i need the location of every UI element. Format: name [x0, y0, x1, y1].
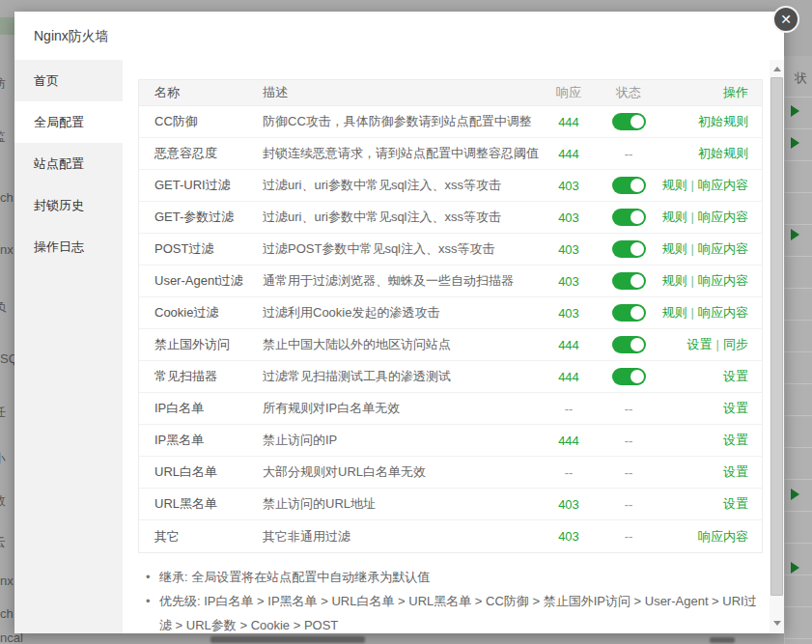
sidebar-item-3[interactable]: 封锁历史	[14, 184, 123, 226]
background-row-divider	[784, 224, 812, 225]
action-link[interactable]: 初始规则	[698, 114, 748, 128]
table-row: CC防御防御CC攻击，具体防御参数请到站点配置中调整444初始规则	[139, 106, 762, 138]
scrollbar-thumb[interactable]	[770, 77, 783, 596]
status-toggle-on[interactable]	[612, 336, 646, 353]
status-toggle-on[interactable]	[612, 113, 646, 130]
action-link[interactable]: 响应内容	[698, 178, 748, 192]
table-row: 常见扫描器过滤常见扫描测试工具的渗透测试444设置	[139, 361, 762, 393]
play-icon	[791, 562, 799, 574]
sidebar-item-0[interactable]: 首页	[14, 60, 123, 101]
status-cell	[597, 368, 660, 385]
background-column-header: 状	[795, 70, 807, 87]
background-row-divider	[784, 479, 812, 480]
col-header-desc: 描述	[263, 84, 541, 101]
col-header-actions: 操作	[660, 84, 762, 101]
table-row: 禁止国外访问禁止中国大陆以外的地区访问站点444设置|同步	[139, 329, 762, 361]
response-code: 444	[541, 338, 597, 352]
background-row-divider	[784, 511, 812, 512]
dialog-title: Nginx防火墙	[14, 12, 784, 60]
rule-description: 禁止访问的IP	[263, 432, 541, 449]
action-link[interactable]: 规则	[662, 210, 687, 224]
nginx-firewall-dialog: Nginx防火墙 首页全局配置站点配置封锁历史操作日志 名称 描述 响应 状态 …	[14, 12, 784, 633]
background-text-fragment: 任	[0, 404, 6, 421]
rule-description: 过滤利用Cookie发起的渗透攻击	[263, 304, 541, 322]
status-empty: --	[597, 402, 660, 416]
action-link[interactable]: 规则	[662, 241, 687, 256]
table-row: IP白名单所有规则对IP白名单无效----设置	[139, 393, 762, 425]
action-link[interactable]: 同步	[723, 337, 748, 351]
actions-cell: 设置	[660, 495, 762, 513]
rule-name: POST过滤	[139, 240, 263, 258]
table-row: URL白名单大部分规则对URL白名单无效----设置	[139, 457, 762, 489]
sidebar-item-2[interactable]: 站点配置	[14, 143, 123, 184]
scroll-up-arrow-icon[interactable]	[770, 62, 784, 76]
rule-description: 过滤uri、uri参数中常见sql注入、xss等攻击	[263, 209, 541, 226]
scroll-down-arrow-icon[interactable]	[770, 616, 784, 630]
main-panel: 名称 描述 响应 状态 操作 CC防御防御CC攻击，具体防御参数请到站点配置中调…	[123, 60, 784, 633]
rule-name: GET-参数过滤	[139, 209, 263, 226]
action-link[interactable]: 响应内容	[698, 210, 748, 224]
action-link[interactable]: 设置	[723, 369, 748, 383]
action-link[interactable]: 响应内容	[698, 305, 748, 320]
close-icon[interactable]: ✕	[772, 6, 799, 33]
rule-description: 其它非通用过滤	[263, 528, 541, 546]
action-link[interactable]: 规则	[662, 178, 687, 192]
action-link[interactable]: 规则	[662, 273, 687, 288]
background-text-fragment: 负	[0, 298, 6, 316]
table-row: Cookie过滤过滤利用Cookie发起的渗透攻击403规则|响应内容	[139, 297, 762, 329]
status-toggle-on[interactable]	[612, 209, 646, 226]
table-row: 其它其它非通用过滤403--响应内容	[139, 520, 762, 552]
rule-name: IP白名单	[139, 400, 263, 417]
status-cell	[597, 304, 660, 322]
status-toggle-on[interactable]	[612, 240, 646, 258]
rule-name: 恶意容忍度	[139, 145, 263, 162]
actions-cell: 规则|响应内容	[660, 272, 762, 290]
status-empty: --	[597, 465, 660, 480]
action-link[interactable]: 初始规则	[698, 146, 748, 160]
action-separator: |	[687, 178, 698, 192]
action-link[interactable]: 规则	[662, 305, 687, 320]
action-link[interactable]: 设置	[723, 433, 748, 447]
background-row-divider	[784, 320, 812, 321]
play-icon	[791, 489, 799, 500]
background-bottom-text-blur	[210, 636, 365, 643]
actions-cell: 初始规则	[660, 113, 762, 130]
background-text-fragment: 监	[0, 128, 6, 146]
response-code: 403	[541, 210, 597, 225]
action-link[interactable]: 设置	[723, 496, 748, 511]
table-row: POST过滤过滤POST参数中常见sql注入、xss等攻击403规则|响应内容	[139, 234, 762, 266]
action-link[interactable]: 响应内容	[698, 241, 748, 256]
rule-description: 通常用于过滤浏览器、蜘蛛及一些自动扫描器	[263, 272, 541, 290]
rule-description: 禁止访问的URL地址	[263, 495, 541, 513]
vertical-scrollbar[interactable]	[770, 60, 784, 633]
rule-name: URL黑名单	[139, 495, 263, 513]
status-toggle-on[interactable]	[612, 177, 646, 194]
sidebar-item-4[interactable]: 操作日志	[14, 226, 123, 267]
status-cell	[597, 209, 660, 226]
action-link[interactable]: 设置	[723, 464, 748, 479]
rule-name: User-Agent过滤	[139, 272, 263, 290]
action-link[interactable]: 响应内容	[698, 529, 748, 544]
status-toggle-on[interactable]	[612, 272, 646, 290]
background-row-divider	[784, 415, 812, 416]
rule-name: URL白名单	[139, 463, 263, 481]
rule-description: 防御CC攻击，具体防御参数请到站点配置中调整	[263, 113, 541, 130]
response-code: 444	[541, 115, 597, 129]
actions-cell: 规则|响应内容	[660, 304, 762, 322]
footnotes: 继承: 全局设置将在站点配置中自动继承为默认值优先级: IP白名单 > IP黑名…	[138, 565, 763, 633]
status-toggle-on[interactable]	[612, 304, 646, 322]
response-code: --	[541, 402, 597, 416]
status-empty: --	[597, 497, 660, 512]
rule-description: 过滤POST参数中常见sql注入、xss等攻击	[263, 240, 541, 258]
sidebar-item-1[interactable]: 全局配置	[14, 101, 123, 143]
action-link[interactable]: 设置	[723, 401, 748, 415]
background-row-divider	[784, 574, 812, 575]
status-toggle-on[interactable]	[612, 368, 646, 385]
action-link[interactable]: 设置	[687, 337, 713, 351]
table-header-row: 名称 描述 响应 状态 操作	[139, 80, 762, 106]
status-cell	[597, 113, 660, 130]
action-link[interactable]: 响应内容	[698, 273, 748, 288]
action-separator: |	[687, 210, 698, 224]
response-code: 444	[541, 434, 597, 448]
table-row: GET-URI过滤过滤uri、uri参数中常见sql注入、xss等攻击403规则…	[139, 170, 762, 202]
